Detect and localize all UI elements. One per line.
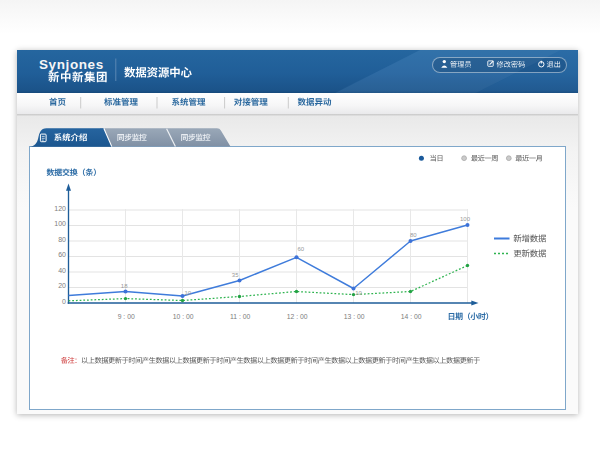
svg-text:10: 10 bbox=[355, 290, 362, 296]
svg-text:0: 0 bbox=[62, 298, 66, 305]
svg-text:10 : 00: 10 : 00 bbox=[173, 313, 194, 320]
svg-text:13 : 00: 13 : 00 bbox=[344, 313, 365, 320]
svg-text:35: 35 bbox=[232, 272, 239, 278]
svg-text:18: 18 bbox=[121, 283, 128, 289]
svg-text:100: 100 bbox=[460, 216, 471, 222]
svg-text:60: 60 bbox=[298, 246, 305, 252]
svg-text:80: 80 bbox=[410, 232, 417, 238]
svg-text:14 : 00: 14 : 00 bbox=[401, 313, 422, 320]
svg-text:9 : 00: 9 : 00 bbox=[118, 313, 135, 320]
svg-text:60: 60 bbox=[58, 251, 66, 258]
svg-text:12 : 00: 12 : 00 bbox=[287, 313, 308, 320]
svg-text:20: 20 bbox=[58, 282, 66, 289]
svg-text:40: 40 bbox=[58, 267, 66, 274]
svg-text:100: 100 bbox=[54, 220, 66, 227]
svg-text:11 : 00: 11 : 00 bbox=[230, 313, 251, 320]
svg-text:120: 120 bbox=[54, 205, 66, 212]
svg-text:10: 10 bbox=[185, 290, 192, 296]
svg-text:80: 80 bbox=[58, 236, 66, 243]
